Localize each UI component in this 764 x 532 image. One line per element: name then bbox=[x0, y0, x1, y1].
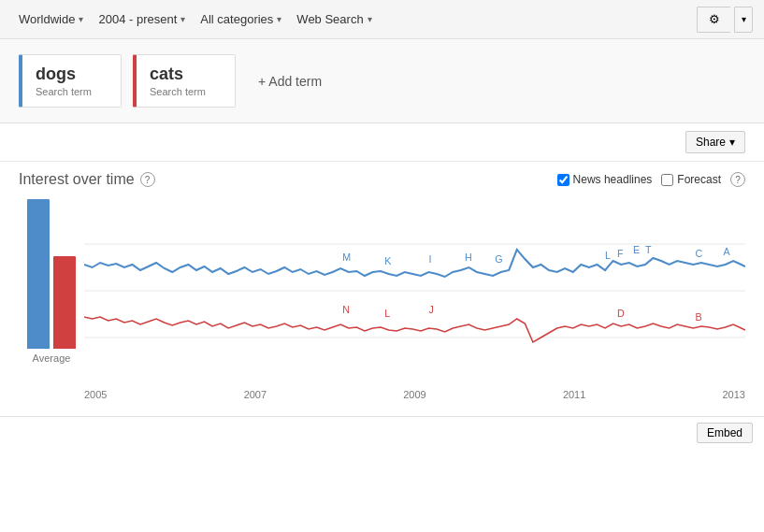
top-bar-right: ⚙ ▾ bbox=[697, 7, 753, 33]
avg-bar-cats bbox=[53, 256, 76, 349]
term-name-cats: cats bbox=[150, 65, 222, 84]
x-label-2007: 2007 bbox=[244, 389, 267, 400]
news-headlines-label: News headlines bbox=[573, 173, 653, 186]
chart-svg-wrapper: M K I H G F E L T A C N L J D B 2005 bbox=[84, 197, 745, 400]
forecast-label: Forecast bbox=[677, 173, 721, 186]
svg-text:M: M bbox=[342, 252, 351, 263]
x-label-2013: 2013 bbox=[723, 389, 745, 400]
share-area: Share ▾ bbox=[0, 123, 764, 162]
top-bar: Worldwide ▾ 2004 - present ▾ All categor… bbox=[0, 0, 764, 39]
categories-chevron: ▾ bbox=[277, 14, 281, 24]
search-type-label: Web Search bbox=[296, 12, 363, 26]
term-label-cats: Search term bbox=[150, 86, 222, 97]
svg-text:K: K bbox=[384, 256, 391, 266]
date-range-label: 2004 - present bbox=[98, 12, 177, 26]
average-bars: Average bbox=[19, 197, 84, 384]
svg-text:I: I bbox=[428, 254, 431, 265]
avg-bars-inner bbox=[27, 199, 76, 349]
chevron-down-icon: ▾ bbox=[742, 14, 746, 24]
settings-button[interactable]: ⚙ bbox=[697, 7, 730, 33]
categories-filter[interactable]: All categories ▾ bbox=[193, 8, 289, 30]
add-term-button[interactable]: + Add term bbox=[247, 66, 333, 96]
worldwide-chevron: ▾ bbox=[79, 14, 83, 24]
more-button[interactable]: ▾ bbox=[734, 7, 753, 33]
gear-icon: ⚙ bbox=[709, 12, 720, 26]
svg-text:L: L bbox=[384, 309, 390, 319]
chart-wrapper: Average M K I H G F E L bbox=[19, 197, 745, 412]
search-terms-area: dogs Search term cats Search term + Add … bbox=[0, 39, 764, 123]
svg-text:D: D bbox=[617, 309, 625, 319]
term-label-dogs: Search term bbox=[36, 86, 108, 97]
svg-text:E: E bbox=[633, 245, 640, 255]
bottom-bar: Embed bbox=[0, 416, 764, 449]
chart-svg: M K I H G F E L T A C N L J D B bbox=[84, 197, 745, 384]
filters-group: Worldwide ▾ 2004 - present ▾ All categor… bbox=[11, 8, 380, 30]
svg-text:A: A bbox=[723, 247, 729, 257]
search-type-chevron: ▾ bbox=[368, 14, 372, 24]
share-button[interactable]: Share ▾ bbox=[685, 131, 745, 153]
embed-label: Embed bbox=[707, 426, 742, 439]
x-label-2005: 2005 bbox=[84, 389, 107, 400]
svg-text:J: J bbox=[428, 305, 433, 315]
term-chip-cats[interactable]: cats Search term bbox=[133, 54, 236, 108]
share-label: Share bbox=[696, 136, 726, 149]
svg-text:T: T bbox=[645, 245, 652, 255]
news-headlines-control[interactable]: News headlines bbox=[557, 173, 653, 186]
date-range-filter[interactable]: 2004 - present ▾ bbox=[91, 8, 193, 30]
chart-help-icon[interactable]: ? bbox=[140, 172, 155, 187]
svg-text:G: G bbox=[495, 254, 502, 265]
svg-text:H: H bbox=[465, 252, 472, 263]
news-headlines-checkbox[interactable] bbox=[557, 174, 569, 186]
chart-title: Interest over time bbox=[19, 171, 135, 188]
x-label-2009: 2009 bbox=[403, 389, 425, 400]
categories-label: All categories bbox=[200, 12, 273, 26]
svg-text:C: C bbox=[695, 249, 702, 259]
avg-label: Average bbox=[33, 352, 71, 364]
svg-text:L: L bbox=[605, 251, 611, 261]
chart-controls: News headlines Forecast ? bbox=[557, 172, 745, 187]
term-name-dogs: dogs bbox=[36, 65, 108, 84]
forecast-help-icon[interactable]: ? bbox=[730, 172, 745, 187]
avg-bar-dogs bbox=[27, 199, 50, 349]
chart-title-group: Interest over time ? bbox=[19, 171, 155, 188]
forecast-checkbox[interactable] bbox=[661, 174, 673, 186]
chart-header: Interest over time ? News headlines Fore… bbox=[19, 171, 745, 188]
svg-text:B: B bbox=[695, 312, 701, 323]
embed-button[interactable]: Embed bbox=[697, 423, 753, 443]
search-type-filter[interactable]: Web Search ▾ bbox=[289, 8, 379, 30]
forecast-control[interactable]: Forecast bbox=[661, 173, 721, 186]
share-chevron-icon: ▾ bbox=[729, 136, 735, 149]
term-chip-dogs[interactable]: dogs Search term bbox=[19, 54, 122, 108]
worldwide-filter[interactable]: Worldwide ▾ bbox=[11, 8, 91, 30]
date-range-chevron: ▾ bbox=[180, 14, 185, 24]
svg-text:N: N bbox=[342, 305, 350, 315]
x-label-2011: 2011 bbox=[563, 389, 585, 400]
chart-section: Interest over time ? News headlines Fore… bbox=[0, 162, 764, 412]
worldwide-label: Worldwide bbox=[19, 12, 75, 26]
x-axis: 2005 2007 2009 2011 2013 bbox=[84, 387, 745, 400]
svg-text:F: F bbox=[617, 249, 624, 259]
